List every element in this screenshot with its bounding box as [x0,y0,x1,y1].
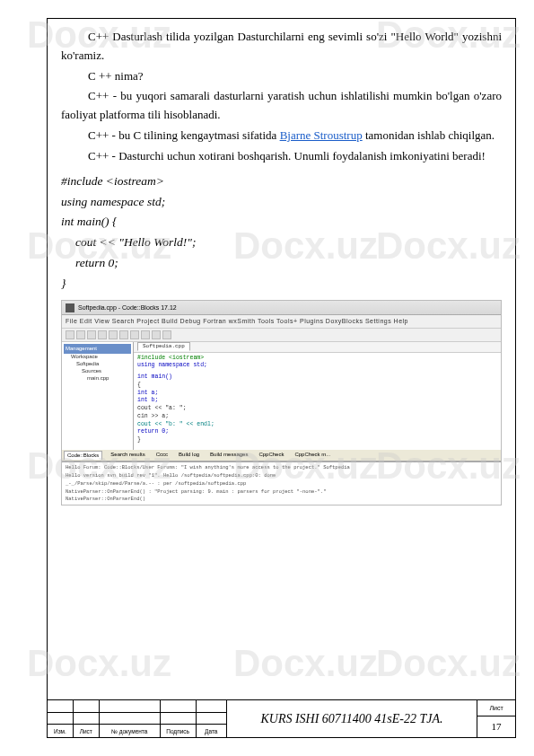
code-line: cout << "Hello World!"; [61,233,502,253]
log-tab: CppCheck [256,451,286,461]
code-line: return 0; [61,253,502,274]
code-line: } [61,274,502,294]
code-line: #include <iostream> [61,171,502,192]
paragraph: C ++ nima? [61,67,502,86]
tb-cell [161,713,197,725]
editor-line: using namespace std; [137,362,497,370]
log-tab: Code::Blocks [64,451,102,461]
log-line: Hello Forum: Code::Blocks/User Forums: "… [66,464,497,472]
ide-log: Hello Forum: Code::Blocks/User Forums: "… [62,462,501,505]
toolbar-button [119,330,128,339]
ide-menubar: File Edit View Search Project Build Debu… [62,315,501,328]
tb-label-podpis: Подпись [161,725,197,737]
title-block-title: KURS ISHI 60711400 41sE-22 TJA. [227,700,477,737]
log-line: Hello version svn build rev "1". Hello /… [66,472,497,480]
code-line: using namespace std; [61,192,502,213]
code-block: #include <iostream> using namespace std;… [61,171,502,295]
log-tab: Build messages [207,451,250,461]
sidebar-title: Management [64,344,131,355]
ide-title-text: Softpedia.cpp - Code::Blocks 17.12 [78,303,177,312]
tb-cell [197,713,227,725]
tree-sources: Sources [64,368,131,375]
tb-cell [161,700,197,713]
editor-line: { [137,382,497,390]
paragraph: C++ Dasturlash tilida yozilgan Dasturchi… [61,28,502,66]
tb-cell [197,700,227,713]
tb-cell [74,713,100,725]
tb-label-ndok: № документа [100,725,161,737]
toolbar-button [98,330,107,339]
log-line: NativeParser::OnParserEnd() [66,496,497,504]
log-line: NativeParser::OnParserEnd() : "Project p… [66,488,497,497]
tb-cell [74,700,100,713]
tree-file: main.cpp [64,375,131,382]
paragraph: C++ - bu C tilining kengaytmasi sifatida… [61,127,502,145]
tb-label-data: Дата [197,725,227,737]
tb-list-label: Лист [477,700,515,716]
tb-cell [100,713,161,725]
text-run: C++ - bu C tilining kengaytmasi sifatida [88,128,280,142]
title-block-left: Изм. Лист № документа Подпись Дата [48,700,227,737]
document-content: C++ Dasturlash tilida yozilgan Dasturchi… [48,19,515,510]
editor-line: #include <iostream> [137,355,497,363]
editor-line: cin >> a; [137,413,497,421]
tb-cell [48,700,74,713]
tb-cell [48,713,74,725]
tb-label-izm: Изм. [48,725,74,737]
log-line: _-_/Parse/skip/need/Parse/a.-- : per /so… [66,480,497,488]
ide-editor: Softpedia.cpp #include <iostream> using … [134,342,501,450]
log-tab: Cccc [153,451,171,461]
title-block-right: Лист 17 [477,700,515,737]
title-block: Изм. Лист № документа Подпись Дата KURS … [48,699,515,737]
ide-sidebar: Management Workspace Softpedia Sources m… [62,342,134,450]
page-frame: C++ Dasturlash tilida yozilgan Dasturchi… [47,18,516,738]
ide-body: Management Workspace Softpedia Sources m… [62,342,501,450]
toolbar-button [162,330,171,339]
tree-project: Softpedia [64,361,131,368]
paragraph: C++ - bu yuqori samarali dasturlarni yar… [61,87,502,125]
log-tabs: Code::Blocks Search results Cccc Build l… [62,450,501,462]
tb-cell [100,700,161,713]
editor-line: int b; [137,397,497,405]
link-bjarne[interactable]: Bjarne Stroustrup [280,128,363,142]
toolbar-button [66,330,74,339]
log-line: Project/file-parsing-stage-done "(0.7 s)… [66,504,497,505]
log-tab: Search results [108,451,147,461]
editor-line: cout << "a: "; [137,405,497,413]
paragraph: C++ - Dasturchi uchun xotirani boshqaris… [61,147,502,166]
toolbar-button [152,330,161,339]
log-tab: CppCheck m... [292,451,333,461]
log-tab: Build log [176,451,202,461]
editor-line: int a; [137,390,497,398]
tb-label-list: Лист [74,725,100,737]
tb-page-number: 17 [477,716,515,737]
ide-titlebar: Softpedia.cpp - Code::Blocks 17.12 [62,301,501,315]
tree-workspace: Workspace [64,354,131,361]
text-run: tamonidan ishlab chiqilgan. [363,128,495,142]
toolbar-button [76,330,85,339]
editor-tab: Softpedia.cpp [137,342,190,351]
app-icon [66,303,74,312]
toolbar-button [109,330,118,339]
editor-line: cout << "b: " << endl; [137,421,497,429]
editor-line: return 0; [137,428,497,436]
ide-screenshot: Softpedia.cpp - Code::Blocks 17.12 File … [61,300,502,505]
ide-toolbar [62,329,501,342]
toolbar-button [141,330,150,339]
editor-line: } [137,436,497,444]
editor-line: int main() [137,374,497,382]
code-line: int main() { [61,212,502,233]
toolbar-button [130,330,139,339]
toolbar-button [87,330,96,339]
